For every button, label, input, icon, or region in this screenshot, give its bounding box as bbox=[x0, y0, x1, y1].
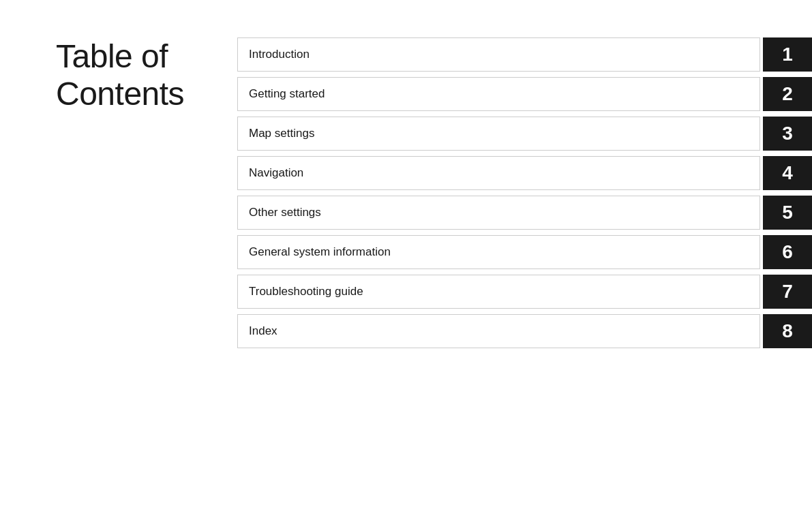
toc-section: Introduction1Getting started2Map setting… bbox=[237, 37, 812, 354]
toc-row[interactable]: Troubleshooting guide7 bbox=[237, 275, 812, 309]
toc-item-label: Index bbox=[237, 314, 760, 348]
toc-item-number: 3 bbox=[763, 117, 812, 151]
toc-item-label: Getting started bbox=[237, 77, 760, 111]
toc-row[interactable]: Navigation4 bbox=[237, 156, 812, 190]
toc-item-label: Introduction bbox=[237, 37, 760, 72]
toc-row[interactable]: Introduction1 bbox=[237, 37, 812, 72]
toc-row[interactable]: Other settings5 bbox=[237, 196, 812, 230]
page-title: Table of Contents bbox=[56, 37, 223, 112]
toc-item-number: 4 bbox=[763, 156, 812, 190]
toc-item-label: Navigation bbox=[237, 156, 760, 190]
toc-item-number: 8 bbox=[763, 314, 812, 348]
toc-item-label: Troubleshooting guide bbox=[237, 275, 760, 309]
title-section: Table of Contents bbox=[56, 37, 223, 112]
toc-item-label: General system information bbox=[237, 235, 760, 269]
toc-row[interactable]: Index8 bbox=[237, 314, 812, 348]
toc-item-number: 2 bbox=[763, 77, 812, 111]
toc-row[interactable]: Getting started2 bbox=[237, 77, 812, 111]
toc-item-number: 7 bbox=[763, 275, 812, 309]
toc-item-number: 6 bbox=[763, 235, 812, 269]
toc-item-label: Other settings bbox=[237, 196, 760, 230]
toc-item-number: 5 bbox=[763, 196, 812, 230]
toc-row[interactable]: General system information6 bbox=[237, 235, 812, 269]
toc-item-number: 1 bbox=[763, 37, 812, 72]
page-container: Table of Contents Introduction1Getting s… bbox=[0, 0, 812, 522]
toc-row[interactable]: Map settings3 bbox=[237, 117, 812, 151]
toc-item-label: Map settings bbox=[237, 117, 760, 151]
